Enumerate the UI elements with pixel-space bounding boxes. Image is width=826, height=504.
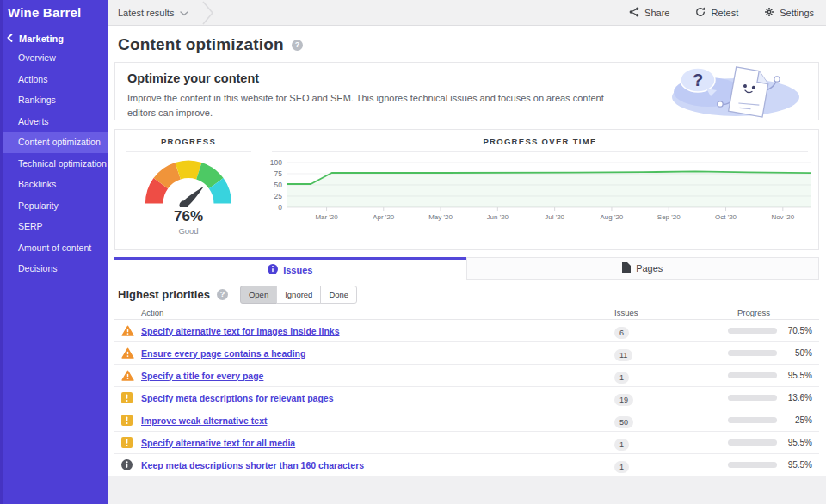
tab-issues[interactable]: Issues — [114, 257, 466, 280]
progress-bar — [728, 350, 777, 356]
svg-text:25: 25 — [274, 192, 283, 200]
sidebar-item-actions[interactable]: Actions — [0, 69, 108, 90]
share-label: Share — [644, 8, 669, 18]
intro-body: Improve the content in this website for … — [127, 91, 622, 120]
page-title: Content optimization — [118, 35, 284, 54]
warning-triangle-icon — [121, 325, 135, 336]
progress-bar — [728, 372, 777, 378]
chart-title: PROGRESS OVER TIME — [262, 137, 818, 148]
document-icon — [622, 262, 631, 274]
help-icon[interactable] — [292, 40, 303, 51]
issues-count-badge: 11 — [614, 349, 632, 361]
footer-strip — [108, 476, 826, 504]
topbar-actions: Share Retest Settings — [629, 7, 814, 19]
priorities-bar: Highest priorities Open Ignored Done — [108, 280, 826, 306]
sidebar-item-serp[interactable]: SERP — [0, 216, 108, 237]
table-row: Specify alternative text for all media 1… — [114, 432, 819, 454]
divider — [272, 151, 808, 152]
issues-count-badge: 1 — [614, 439, 629, 451]
issues-count-badge: 50 — [614, 416, 633, 428]
refresh-icon — [695, 7, 706, 19]
table-header: Action Issues Progress — [114, 306, 819, 320]
breadcrumb-latest-results[interactable]: Latest results — [118, 8, 188, 18]
topbar: Latest results Share Retest — [108, 0, 826, 26]
progress-gauge — [142, 158, 235, 207]
table-row: Specify alternative text for images insi… — [114, 320, 819, 342]
svg-text:Apr '20: Apr '20 — [373, 213, 395, 221]
progress-percent: 95.5% — [783, 438, 812, 447]
sidebar-item-adverts[interactable]: Adverts — [0, 111, 108, 132]
breadcrumb-separator-icon — [202, 1, 214, 25]
svg-text:May '20: May '20 — [428, 213, 453, 221]
tab-issues-label: Issues — [283, 265, 312, 275]
settings-label: Settings — [780, 8, 814, 18]
issues-table: Action Issues Progress Specify alternati… — [114, 306, 819, 476]
svg-text:Oct '20: Oct '20 — [715, 213, 737, 221]
progress-bar — [728, 328, 777, 334]
progress-bar — [728, 395, 777, 401]
issue-link[interactable]: Specify a title for every page — [141, 371, 263, 381]
svg-text:Jul '20: Jul '20 — [545, 213, 564, 221]
issue-link[interactable]: Specify alternative text for all media — [141, 438, 295, 448]
tab-bar: Issues Pages — [114, 257, 819, 280]
document-mascot-illustration: ? — [663, 65, 808, 123]
filter-ignored-button[interactable]: Ignored — [276, 286, 321, 304]
issue-link[interactable]: Specify alternative text for images insi… — [141, 326, 340, 336]
sidebar-item-technical-optimization[interactable]: Technical optimization — [0, 153, 108, 175]
issue-link[interactable]: Keep meta descriptions shorter than 160 … — [141, 460, 364, 470]
sidebar-item-overview[interactable]: Overview — [0, 47, 108, 69]
progress-percent: 95.5% — [783, 371, 812, 380]
retest-button[interactable]: Retest — [695, 7, 738, 19]
progress-gauge-panel: PROGRESS 76% Good — [115, 137, 262, 249]
share-button[interactable]: Share — [629, 7, 669, 19]
gauge-value: 76% — [174, 208, 203, 225]
help-icon[interactable] — [217, 289, 228, 300]
svg-text:0: 0 — [278, 203, 282, 212]
sidebar-back-marketing[interactable]: Marketing — [0, 33, 108, 45]
progress-percent: 70.5% — [783, 326, 812, 335]
sidebar: Wine Barrel Marketing Overview Actions R… — [0, 0, 108, 504]
exclamation-square-icon — [121, 392, 135, 403]
exclamation-square-icon — [121, 415, 135, 426]
info-circle-icon — [121, 459, 135, 470]
issues-count-badge: 1 — [614, 461, 629, 473]
column-header-action: Action — [121, 308, 614, 317]
sidebar-item-amount-of-content[interactable]: Amount of content — [0, 237, 108, 259]
svg-text:75: 75 — [274, 169, 283, 178]
retest-label: Retest — [711, 8, 738, 18]
issue-link[interactable]: Ensure every page contains a heading — [141, 348, 305, 359]
svg-text:Jun '20: Jun '20 — [487, 213, 509, 221]
filter-open-button[interactable]: Open — [240, 286, 277, 304]
progress-bar — [728, 417, 777, 423]
app-window: Wine Barrel Marketing Overview Actions R… — [0, 0, 826, 504]
progress-bar — [728, 439, 777, 446]
sidebar-item-rankings[interactable]: Rankings — [0, 89, 108, 111]
sidebar-item-content-optimization[interactable]: Content optimization — [0, 132, 108, 153]
warning-triangle-icon — [121, 347, 135, 359]
sidebar-item-decisions[interactable]: Decisions — [0, 258, 108, 280]
filter-segmented-control: Open Ignored Done — [240, 286, 357, 304]
progress-over-time-panel: PROGRESS OVER TIME 0255075100Mar '20Apr … — [262, 137, 818, 249]
progress-over-time-chart: 0255075100Mar '20Apr '20May '20Jun '20Ju… — [262, 156, 818, 235]
progress-percent: 95.5% — [783, 460, 812, 470]
tab-pages[interactable]: Pages — [466, 257, 820, 280]
sidebar-nav: Overview Actions Rankings Adverts Conten… — [0, 47, 108, 280]
tab-pages-label: Pages — [636, 263, 663, 274]
svg-text:Nov '20: Nov '20 — [771, 213, 794, 221]
app-title: Wine Barrel — [0, 0, 108, 22]
issue-link[interactable]: Improve weak alternative text — [141, 415, 267, 426]
filter-done-button[interactable]: Done — [320, 286, 357, 304]
svg-text:100: 100 — [270, 158, 282, 167]
column-header-progress: Progress — [696, 308, 812, 317]
chevron-left-icon — [7, 34, 13, 44]
svg-text:?: ? — [693, 71, 703, 89]
settings-button[interactable]: Settings — [764, 7, 814, 19]
sidebar-item-popularity[interactable]: Popularity — [0, 195, 108, 217]
intro-card: Optimize your content Improve the conten… — [114, 62, 819, 120]
sidebar-back-label: Marketing — [19, 34, 64, 44]
divider — [126, 151, 251, 152]
issues-count-badge: 6 — [614, 327, 629, 339]
issue-link[interactable]: Specify meta descriptions for relevant p… — [141, 393, 334, 403]
warning-triangle-icon — [121, 370, 135, 381]
sidebar-item-backlinks[interactable]: Backlinks — [0, 174, 108, 195]
